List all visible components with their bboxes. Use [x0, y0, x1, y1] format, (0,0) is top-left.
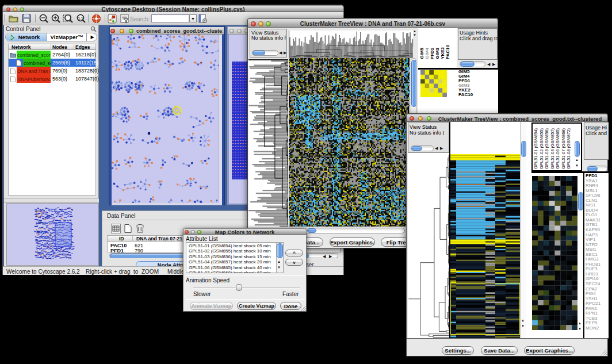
svg-text:1:1: 1:1 [78, 17, 83, 20]
